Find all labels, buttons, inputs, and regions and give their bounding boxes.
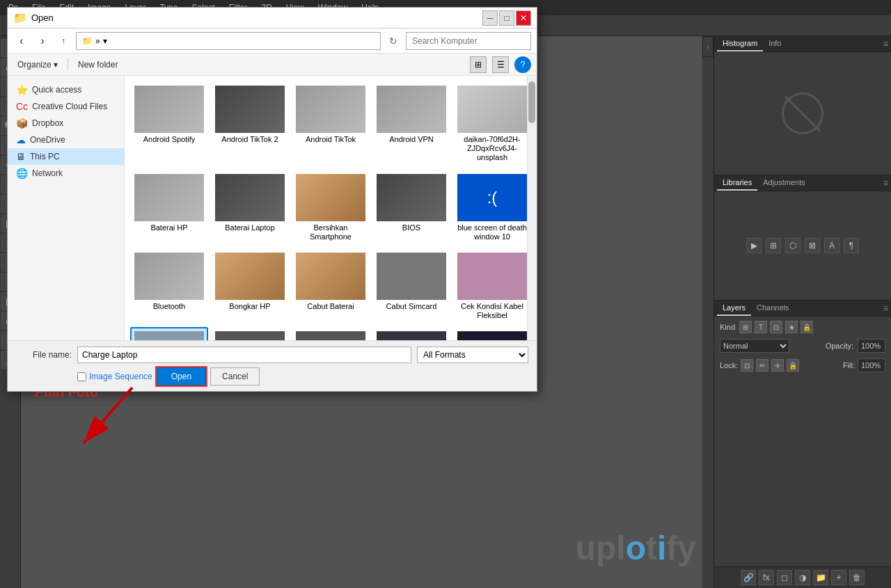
- folder-icon: 📁: [82, 36, 93, 46]
- file-thumbnail: [296, 174, 365, 221]
- lock-move-icon[interactable]: ✛: [771, 359, 784, 372]
- file-item[interactable]: daikan-70f6d2H-ZJDqxRcv6J4-unsplash: [453, 81, 531, 167]
- actions-row: Image Sequence Open Cancel: [16, 367, 528, 386]
- tab-layers[interactable]: Layers: [717, 301, 751, 316]
- tab-histogram[interactable]: Histogram: [717, 36, 763, 51]
- file-item[interactable]: Charger HP: [292, 327, 370, 340]
- library-tool-5[interactable]: A: [824, 238, 839, 253]
- panel-options-icon2[interactable]: ≡: [883, 178, 888, 188]
- nav-back-btn[interactable]: ‹: [13, 33, 30, 49]
- library-tool-4[interactable]: ⊠: [805, 238, 820, 253]
- fill-input[interactable]: [858, 358, 885, 372]
- nav-forward-btn[interactable]: ›: [34, 33, 51, 49]
- effects-btn[interactable]: fx: [759, 570, 774, 585]
- nav-up-btn[interactable]: ↑: [55, 33, 72, 49]
- blend-mode-select[interactable]: Normal: [720, 339, 789, 353]
- right-panel-toggle[interactable]: ›: [702, 36, 713, 57]
- file-thumbnail: [457, 253, 527, 300]
- file-item[interactable]: Bersihkan Smartphone: [292, 170, 370, 246]
- sidebar-item-network[interactable]: 🌐 Network: [8, 165, 124, 182]
- view-details-btn[interactable]: ☰: [492, 56, 509, 73]
- dialog-maximize-btn[interactable]: □: [499, 10, 514, 26]
- kind-icon-2[interactable]: T: [755, 321, 767, 333]
- sidebar-item-creativecloud[interactable]: Cc Creative Cloud Files: [8, 98, 124, 115]
- tab-channels[interactable]: Channels: [751, 301, 794, 316]
- file-item[interactable]: Bongkar HP: [211, 248, 289, 324]
- address-dropdown-btn[interactable]: ▾: [103, 36, 107, 46]
- file-thumbnail: [215, 86, 285, 133]
- image-sequence-checkbox[interactable]: [77, 372, 86, 381]
- library-tool-3[interactable]: ⬡: [785, 238, 801, 253]
- address-path[interactable]: 📁 » ▾: [76, 32, 381, 50]
- file-item[interactable]: Charger HP 1: [211, 327, 289, 340]
- sidebar-item-thispc[interactable]: 🖥 This PC: [8, 148, 124, 165]
- file-thumbnail: [377, 174, 446, 221]
- dialog-minimize-btn[interactable]: ─: [482, 10, 498, 26]
- delete-layer-btn[interactable]: 🗑: [849, 570, 865, 585]
- new-layer-btn[interactable]: +: [831, 570, 846, 585]
- refresh-btn[interactable]: ↻: [385, 33, 402, 49]
- file-name: Bluetooth: [153, 302, 185, 311]
- quickaccess-icon: ⭐: [16, 84, 28, 95]
- filename-input[interactable]: [77, 347, 411, 363]
- layers-kind-row: Kind ⊞ T ⊡ ★ 🔒: [717, 319, 888, 335]
- fill-label: Fill:: [843, 361, 855, 370]
- file-item[interactable]: CMOS Laptop: [372, 327, 450, 340]
- layers-blend-row: Normal Opacity:: [717, 337, 888, 354]
- file-item[interactable]: BIOS: [372, 170, 450, 246]
- scrollbar[interactable]: [527, 76, 537, 340]
- organize-btn[interactable]: Organize ▾: [13, 58, 62, 71]
- cancel-button[interactable]: Cancel: [210, 367, 260, 386]
- kind-icon-3[interactable]: ⊡: [770, 321, 782, 333]
- new-folder-btn[interactable]: New folder: [74, 58, 122, 71]
- folder-btn[interactable]: 📁: [813, 570, 828, 585]
- file-item[interactable]: Charge Laptop: [130, 327, 208, 340]
- scrollbar-thumb[interactable]: [528, 81, 535, 123]
- file-item[interactable]: Cek Kondisi Kabel Fleksibel: [453, 248, 531, 324]
- file-name: blue screen of death window 10: [457, 223, 527, 241]
- kind-icon-1[interactable]: ⊞: [739, 321, 752, 333]
- sidebar-item-dropbox[interactable]: 📦 Dropbox: [8, 115, 124, 132]
- opacity-input[interactable]: [858, 339, 885, 353]
- link-layers-btn[interactable]: 🔗: [741, 570, 756, 585]
- help-btn[interactable]: ?: [514, 56, 531, 73]
- file-item[interactable]: Cabut Simcard: [372, 248, 450, 324]
- library-tool-6[interactable]: ¶: [844, 238, 859, 253]
- sidebar-item-quickaccess[interactable]: ⭐ Quick access: [8, 81, 124, 98]
- lock-all-icon[interactable]: 🔒: [787, 359, 799, 372]
- file-name: Cabut Simcard: [386, 302, 437, 311]
- layers-options-icon[interactable]: ≡: [883, 303, 888, 313]
- open-button[interactable]: Open: [157, 367, 206, 386]
- file-item[interactable]: Android Spotify: [130, 81, 208, 167]
- file-item[interactable]: Android TikTok 2: [211, 81, 289, 167]
- file-item[interactable]: Cabut Baterai: [292, 248, 370, 324]
- file-thumbnail: [457, 331, 527, 340]
- layers-panel: Layers Channels ≡ Kind ⊞ T ⊡ ★ 🔒 Normal: [714, 301, 891, 588]
- kind-icon-4[interactable]: ★: [785, 321, 798, 333]
- sidebar-item-onedrive[interactable]: ☁ OneDrive: [8, 132, 124, 148]
- file-item[interactable]: Android TikTok: [292, 81, 370, 167]
- library-tool-1[interactable]: ▶: [746, 238, 762, 253]
- file-item[interactable]: Baterai HP: [130, 170, 208, 246]
- panel-options-icon[interactable]: ≡: [883, 39, 888, 49]
- file-item[interactable]: :(blue screen of death window 10: [453, 170, 531, 246]
- libraries-content: ▶ ⊞ ⬡ ⊠ A ¶: [714, 191, 891, 300]
- format-select[interactable]: All Formats: [417, 347, 528, 363]
- search-input[interactable]: [406, 32, 531, 50]
- file-item[interactable]: Code Programming: [453, 327, 531, 340]
- file-item[interactable]: Baterai Laptop: [211, 170, 289, 246]
- adjustment-btn[interactable]: ◑: [795, 570, 810, 585]
- lock-transparent-icon[interactable]: ⊡: [741, 359, 753, 372]
- file-item[interactable]: Android VPN: [372, 81, 450, 167]
- view-toggle-btn[interactable]: ⊞: [470, 56, 487, 73]
- lock-image-icon[interactable]: ✏: [756, 359, 768, 372]
- file-item[interactable]: Bluetooth: [130, 248, 208, 324]
- tab-adjustments[interactable]: Adjustments: [757, 175, 811, 191]
- add-mask-btn[interactable]: ◻: [777, 570, 792, 585]
- kind-icon-5[interactable]: 🔒: [801, 321, 813, 333]
- dialog-close-btn[interactable]: ✕: [516, 10, 531, 26]
- file-name: Baterai HP: [150, 223, 187, 232]
- library-tool-2[interactable]: ⊞: [766, 238, 781, 253]
- tab-libraries[interactable]: Libraries: [717, 175, 757, 191]
- tab-info[interactable]: Info: [763, 36, 787, 51]
